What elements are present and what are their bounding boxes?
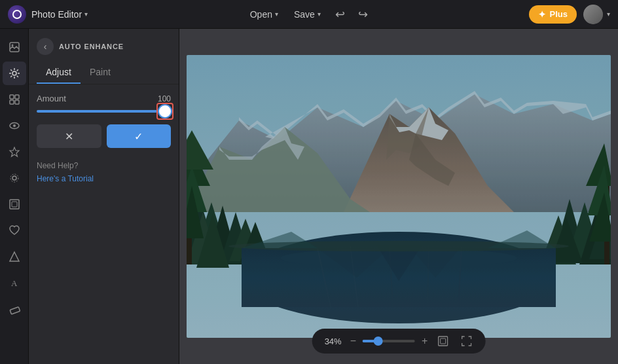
sidebar-item-heart[interactable] bbox=[3, 219, 26, 242]
svg-rect-12 bbox=[15, 95, 19, 99]
panel-action-row: ✕ ✓ bbox=[37, 124, 171, 148]
topbar-center: Open ▾ Save ▾ ↩ ↪ bbox=[88, 6, 528, 23]
avatar-image bbox=[583, 5, 603, 24]
svg-rect-73 bbox=[187, 55, 611, 338]
sidebar-item-text[interactable]: A bbox=[3, 271, 26, 295]
redo-button[interactable]: ↪ bbox=[354, 6, 372, 23]
svg-marker-17 bbox=[10, 147, 19, 156]
sidebar-item-effects[interactable] bbox=[3, 88, 26, 111]
slider-container[interactable] bbox=[37, 110, 171, 113]
save-chevron-icon: ▾ bbox=[318, 10, 321, 18]
svg-rect-14 bbox=[15, 100, 19, 104]
zoom-in-button[interactable]: + bbox=[422, 336, 427, 346]
svg-line-10 bbox=[10, 76, 12, 77]
svg-text:A: A bbox=[11, 278, 18, 288]
svg-point-18 bbox=[12, 176, 16, 180]
panel: ‹ AUTO ENHANCE Adjust Paint Amount 100 bbox=[29, 29, 179, 364]
sidebar-item-erase[interactable] bbox=[3, 297, 26, 321]
help-section: Need Help? Here's a Tutorial bbox=[37, 161, 171, 184]
zoom-value: 34% bbox=[323, 337, 344, 346]
help-text: Need Help? bbox=[37, 161, 171, 170]
svg-rect-75 bbox=[440, 338, 445, 344]
svg-rect-24 bbox=[10, 307, 20, 314]
photo-container bbox=[187, 55, 611, 338]
slider-track bbox=[37, 110, 171, 113]
app-logo bbox=[8, 5, 26, 24]
panel-title: AUTO ENHANCE bbox=[59, 43, 124, 50]
sidebar-item-eye[interactable] bbox=[3, 114, 26, 137]
slider-highlight bbox=[156, 103, 173, 120]
svg-rect-21 bbox=[12, 202, 17, 207]
bottom-bar: 34% − + bbox=[312, 329, 486, 354]
svg-line-8 bbox=[16, 76, 18, 77]
zoom-slider-handle[interactable] bbox=[374, 337, 383, 346]
sidebar-item-touch[interactable] bbox=[3, 166, 26, 190]
sidebar-item-shape[interactable] bbox=[3, 245, 26, 268]
amount-label: Amount bbox=[37, 94, 66, 103]
confirm-icon: ✓ bbox=[134, 130, 143, 143]
save-button[interactable]: Save ▾ bbox=[289, 7, 326, 22]
sidebar-item-enhance[interactable] bbox=[3, 62, 26, 85]
undo-button[interactable]: ↩ bbox=[331, 6, 349, 23]
topbar: Photo Editor ▾ Open ▾ Save ▾ ↩ ↪ ✦ Plus … bbox=[0, 0, 618, 29]
app-title-group[interactable]: Photo Editor ▾ bbox=[31, 9, 88, 20]
svg-marker-22 bbox=[10, 252, 19, 261]
svg-rect-11 bbox=[10, 95, 14, 99]
slider-handle[interactable] bbox=[159, 105, 171, 117]
fit-to-screen-button[interactable] bbox=[434, 333, 451, 350]
open-chevron-icon: ▾ bbox=[275, 10, 278, 18]
svg-line-7 bbox=[10, 69, 12, 71]
svg-line-9 bbox=[16, 69, 18, 71]
avatar-chevron-icon[interactable]: ▾ bbox=[607, 10, 610, 18]
confirm-button[interactable]: ✓ bbox=[107, 124, 172, 148]
fullscreen-button[interactable] bbox=[458, 333, 475, 350]
sidebar-item-star[interactable] bbox=[3, 140, 26, 164]
panel-content: Amount 100 ✕ ✓ bbox=[29, 84, 179, 364]
sidebar-item-frame[interactable] bbox=[3, 192, 26, 216]
tab-paint[interactable]: Paint bbox=[81, 62, 120, 84]
panel-header: ‹ AUTO ENHANCE bbox=[29, 29, 179, 62]
plus-button[interactable]: ✦ Plus bbox=[529, 5, 577, 24]
svg-point-2 bbox=[12, 71, 16, 75]
tab-adjust[interactable]: Adjust bbox=[37, 62, 81, 84]
svg-rect-74 bbox=[438, 337, 447, 346]
back-icon: ‹ bbox=[44, 41, 47, 52]
canvas-area: 34% − + bbox=[179, 29, 618, 364]
cancel-icon: ✕ bbox=[65, 130, 73, 143]
svg-point-16 bbox=[13, 124, 16, 127]
panel-back-button[interactable]: ‹ bbox=[37, 38, 54, 55]
icon-bar: A bbox=[0, 29, 29, 364]
svg-rect-20 bbox=[10, 200, 19, 209]
plus-star-icon: ✦ bbox=[538, 9, 546, 20]
open-button[interactable]: Open ▾ bbox=[245, 7, 283, 22]
zoom-slider[interactable] bbox=[363, 340, 415, 342]
panel-tabs: Adjust Paint bbox=[29, 62, 179, 84]
slider-handle-wrapper bbox=[159, 105, 171, 117]
topbar-right: ✦ Plus ▾ bbox=[529, 5, 610, 24]
svg-point-19 bbox=[10, 174, 18, 182]
logo-inner bbox=[12, 10, 22, 19]
amount-row: Amount 100 bbox=[37, 94, 171, 103]
tutorial-link[interactable]: Here's a Tutorial bbox=[37, 174, 94, 183]
main-body: A ‹ AUTO ENHANCE Adjust Paint Amount 100 bbox=[0, 29, 618, 364]
avatar[interactable] bbox=[583, 5, 603, 24]
app-title: Photo Editor bbox=[31, 9, 82, 20]
amount-value: 100 bbox=[158, 94, 171, 103]
svg-rect-13 bbox=[10, 100, 14, 104]
cancel-button[interactable]: ✕ bbox=[37, 124, 101, 148]
photo bbox=[187, 55, 611, 338]
zoom-out-button[interactable]: − bbox=[350, 336, 356, 346]
sidebar-item-photo[interactable] bbox=[3, 35, 26, 59]
